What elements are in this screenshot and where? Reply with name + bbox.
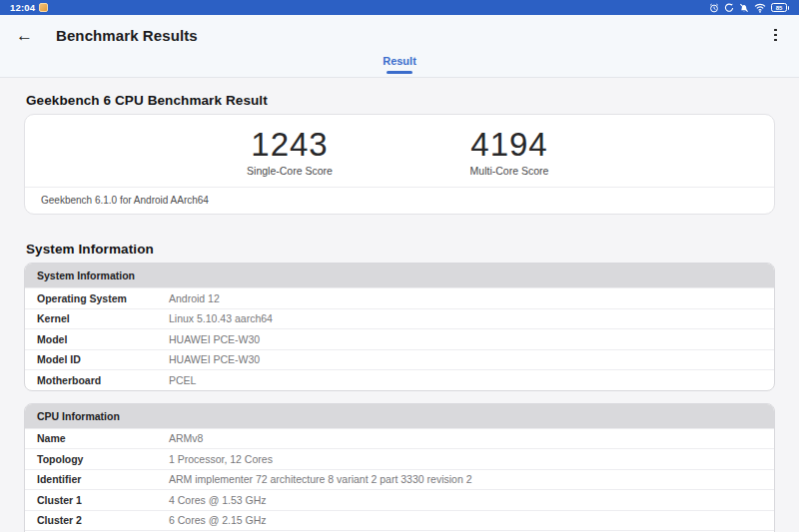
system-information-table: System Information Operating System Andr…	[24, 263, 775, 391]
row-value: 6 Cores @ 2.15 GHz	[169, 515, 267, 526]
status-time: 12:04	[10, 2, 35, 13]
wifi-icon	[754, 3, 766, 13]
back-button[interactable]: ←	[16, 27, 36, 44]
row-label: Cluster 1	[37, 495, 169, 506]
tab-result[interactable]: Result	[383, 55, 416, 77]
row-value: 4 Cores @ 1.53 GHz	[169, 495, 267, 506]
table-row: Operating System Android 12	[25, 287, 774, 308]
table-row: Kernel Linux 5.10.43 aarch64	[25, 308, 774, 329]
table-row: Cluster 2 6 Cores @ 2.15 GHz	[25, 510, 774, 531]
geekbench-version-text: Geekbench 6.1.0 for Android AArch64	[25, 188, 774, 214]
mute-icon	[739, 3, 749, 13]
table-row: Name ARMv8	[25, 428, 774, 449]
row-label: Identifier	[37, 474, 169, 485]
cpu-information-table: CPU Information Name ARMv8 Topology 1 Pr…	[24, 403, 775, 532]
battery-icon: 85	[771, 3, 789, 12]
table-row: Motherboard PCEL	[25, 369, 774, 390]
battery-level: 85	[771, 3, 787, 12]
row-value: ARM implementer 72 architecture 8 varian…	[169, 474, 471, 485]
alarm-icon	[709, 3, 719, 13]
multi-core-score-value: 4194	[400, 127, 619, 163]
table-row: Topology 1 Processor, 12 Cores	[25, 448, 774, 469]
multi-core-score: 4194 Multi-Core Score	[400, 127, 619, 177]
page-title: Benchmark Results	[56, 27, 198, 44]
row-value: 1 Processor, 12 Cores	[169, 454, 273, 465]
table-row: Model ID HUAWEI PCE-W30	[25, 349, 774, 370]
benchmark-result-heading: Geekbench 6 CPU Benchmark Result	[26, 93, 775, 108]
row-label: Model	[37, 334, 169, 345]
header: ← Benchmark Results Result	[0, 15, 799, 78]
tab-active-indicator	[387, 71, 412, 74]
row-value: ARMv8	[169, 433, 203, 444]
data-saver-icon	[724, 3, 734, 13]
single-core-score-label: Single-Core Score	[180, 165, 400, 177]
table-title: CPU Information	[25, 404, 774, 428]
single-core-score-value: 1243	[180, 127, 400, 163]
row-label: Cluster 2	[37, 515, 169, 526]
row-label: Kernel	[37, 313, 169, 324]
table-row: Identifier ARM implementer 72 architectu…	[25, 469, 774, 490]
row-label: Topology	[37, 454, 169, 465]
notification-badge-icon	[39, 3, 48, 12]
content: Geekbench 6 CPU Benchmark Result 1243 Si…	[0, 93, 799, 532]
row-value: HUAWEI PCE-W30	[169, 354, 260, 365]
status-bar: 12:04 85	[0, 0, 799, 15]
table-row: Model HUAWEI PCE-W30	[25, 328, 774, 349]
table-row: Cluster 1 4 Cores @ 1.53 GHz	[25, 489, 774, 510]
row-label: Motherboard	[37, 375, 169, 386]
app-bar: ← Benchmark Results	[0, 15, 799, 55]
single-core-score: 1243 Single-Core Score	[180, 127, 400, 177]
row-label: Model ID	[37, 354, 169, 365]
row-label: Operating System	[37, 293, 169, 304]
table-title: System Information	[25, 264, 774, 287]
tab-bar: Result	[0, 55, 799, 78]
system-information-heading: System Information	[26, 242, 775, 257]
row-value: Android 12	[169, 293, 220, 304]
row-value: PCEL	[169, 375, 196, 386]
row-label: Name	[37, 433, 169, 444]
score-card: 1243 Single-Core Score 4194 Multi-Core S…	[24, 114, 775, 215]
multi-core-score-label: Multi-Core Score	[400, 165, 619, 177]
row-value: HUAWEI PCE-W30	[169, 334, 260, 345]
tab-result-label: Result	[383, 55, 416, 68]
overflow-menu-button[interactable]	[768, 25, 783, 46]
row-value: Linux 5.10.43 aarch64	[169, 313, 273, 324]
